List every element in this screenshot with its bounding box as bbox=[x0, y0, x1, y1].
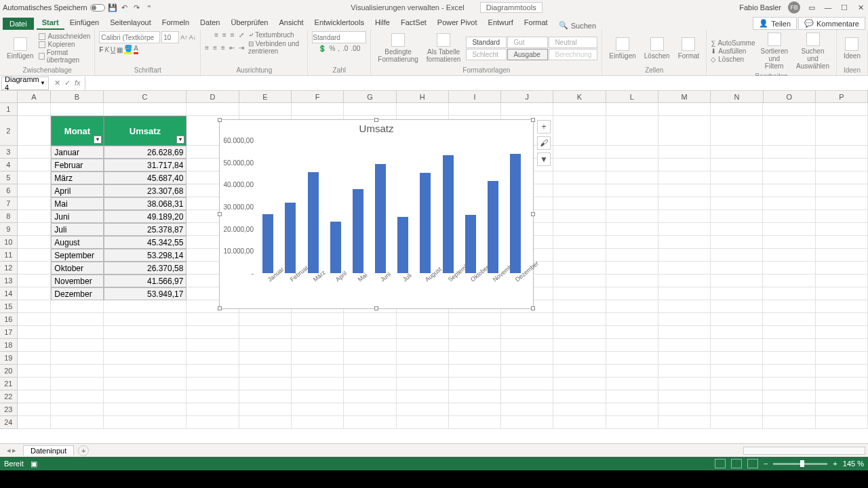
conditional-format-button[interactable]: Bedingte Formatierung bbox=[375, 32, 420, 64]
cell[interactable] bbox=[763, 313, 815, 326]
cell[interactable] bbox=[51, 103, 103, 116]
font-name-select[interactable] bbox=[99, 31, 160, 43]
autosave-toggle[interactable]: Automatisches Speichern bbox=[3, 3, 105, 12]
cell[interactable] bbox=[553, 249, 606, 262]
style-berechnung[interactable]: Berechnung bbox=[549, 49, 597, 60]
row-header[interactable]: 21 bbox=[0, 378, 18, 390]
zoom-level[interactable]: 145 % bbox=[843, 460, 864, 468]
row-header[interactable]: 15 bbox=[0, 300, 18, 313]
tab-entwicklertools[interactable]: Entwicklertools bbox=[309, 16, 370, 30]
cell[interactable] bbox=[104, 326, 187, 339]
cell[interactable] bbox=[344, 352, 396, 365]
find-select-button[interactable]: Suchen und Auswählen bbox=[793, 31, 832, 71]
cell[interactable] bbox=[711, 326, 763, 339]
cell[interactable] bbox=[711, 171, 763, 184]
format-cells-button[interactable]: Format bbox=[675, 36, 703, 61]
cell[interactable] bbox=[658, 352, 711, 365]
chart-bar[interactable] bbox=[465, 215, 476, 273]
cell[interactable] bbox=[606, 103, 658, 116]
cell[interactable] bbox=[711, 274, 763, 287]
maximize-icon[interactable]: ☐ bbox=[840, 3, 849, 12]
cell[interactable] bbox=[18, 171, 52, 184]
cell[interactable] bbox=[658, 159, 711, 171]
cell[interactable] bbox=[553, 390, 606, 403]
cell[interactable]: 26.370,58 bbox=[104, 262, 187, 274]
style-schlecht[interactable]: Schlecht bbox=[466, 49, 507, 60]
cell[interactable] bbox=[658, 416, 711, 429]
cell[interactable] bbox=[553, 339, 606, 352]
cell[interactable] bbox=[51, 365, 103, 378]
col-header[interactable]: H bbox=[397, 91, 449, 103]
italic-button[interactable]: K bbox=[104, 46, 109, 54]
dec-decimal-icon[interactable]: .00 bbox=[351, 45, 360, 52]
cell[interactable]: April bbox=[51, 184, 103, 197]
cell[interactable] bbox=[763, 300, 815, 313]
cell[interactable] bbox=[606, 146, 658, 159]
cell[interactable] bbox=[18, 378, 52, 390]
cell[interactable] bbox=[658, 146, 711, 159]
horizontal-scrollbar[interactable] bbox=[743, 447, 865, 455]
cell[interactable] bbox=[711, 339, 763, 352]
cell[interactable] bbox=[104, 300, 187, 313]
cell[interactable] bbox=[104, 103, 187, 116]
border-button[interactable]: ▦ bbox=[117, 46, 123, 54]
currency-icon[interactable]: 💲 bbox=[318, 45, 326, 52]
align-mid-icon[interactable]: ≡ bbox=[222, 31, 226, 39]
cell[interactable] bbox=[449, 378, 501, 390]
cell[interactable] bbox=[239, 416, 292, 429]
sheet-next-icon[interactable]: ▸ bbox=[12, 446, 16, 455]
decrease-font-icon[interactable]: A↓ bbox=[189, 34, 197, 41]
cell[interactable] bbox=[816, 116, 868, 146]
cell[interactable] bbox=[763, 116, 815, 146]
cell[interactable] bbox=[711, 249, 763, 262]
cell[interactable] bbox=[292, 416, 344, 429]
cell[interactable] bbox=[104, 352, 187, 365]
filter-button[interactable]: ▾ bbox=[94, 136, 102, 144]
row-header[interactable]: 9 bbox=[0, 223, 18, 236]
cell[interactable] bbox=[763, 184, 815, 197]
sheet-tab[interactable]: Dateninput bbox=[23, 445, 74, 455]
cell[interactable] bbox=[501, 416, 553, 429]
cancel-fx-icon[interactable]: ✕ bbox=[54, 79, 60, 87]
cell[interactable]: 49.189,20 bbox=[104, 210, 187, 223]
cell[interactable]: Juli bbox=[51, 223, 103, 236]
cell[interactable] bbox=[553, 365, 606, 378]
cell[interactable] bbox=[104, 416, 187, 429]
cell[interactable] bbox=[292, 390, 344, 403]
tab-factset[interactable]: FactSet bbox=[395, 16, 432, 30]
style-standard[interactable]: Standard bbox=[466, 37, 507, 48]
cell[interactable] bbox=[658, 313, 711, 326]
cell[interactable] bbox=[606, 236, 658, 249]
cell[interactable] bbox=[606, 159, 658, 171]
cell[interactable] bbox=[51, 339, 103, 352]
sort-filter-button[interactable]: Sortieren und Filtern bbox=[757, 31, 791, 71]
save-icon[interactable]: 💾 bbox=[108, 3, 117, 12]
cell[interactable] bbox=[763, 236, 815, 249]
normal-view-button[interactable] bbox=[715, 459, 726, 468]
style-gut[interactable]: Gut bbox=[507, 37, 548, 48]
cell[interactable] bbox=[816, 171, 868, 184]
chart-bar[interactable] bbox=[420, 173, 431, 273]
cell[interactable] bbox=[816, 339, 868, 352]
zoom-slider[interactable] bbox=[773, 463, 827, 465]
cell[interactable] bbox=[186, 339, 239, 352]
customize-qat-icon[interactable]: ⁼ bbox=[144, 3, 154, 12]
share-button[interactable]: 👤Teilen bbox=[753, 17, 797, 30]
wrap-text-button[interactable]: ⤶ Textumbruch bbox=[248, 31, 294, 39]
tab-daten[interactable]: Daten bbox=[195, 16, 225, 30]
tab-ansicht[interactable]: Ansicht bbox=[273, 16, 309, 30]
enter-fx-icon[interactable]: ✓ bbox=[64, 79, 71, 87]
cell[interactable] bbox=[292, 103, 344, 116]
row-header[interactable]: 2 bbox=[0, 116, 18, 146]
cell[interactable]: Oktober bbox=[51, 262, 103, 274]
cell[interactable] bbox=[186, 416, 239, 429]
col-header[interactable]: J bbox=[501, 91, 553, 103]
row-header[interactable]: 22 bbox=[0, 390, 18, 403]
cell[interactable]: November bbox=[51, 274, 103, 287]
cell[interactable] bbox=[239, 339, 292, 352]
chart-filter-button[interactable]: ▼ bbox=[537, 152, 551, 166]
cell[interactable] bbox=[344, 339, 396, 352]
cell[interactable] bbox=[553, 287, 606, 300]
cell[interactable] bbox=[816, 223, 868, 236]
cell[interactable] bbox=[711, 378, 763, 390]
